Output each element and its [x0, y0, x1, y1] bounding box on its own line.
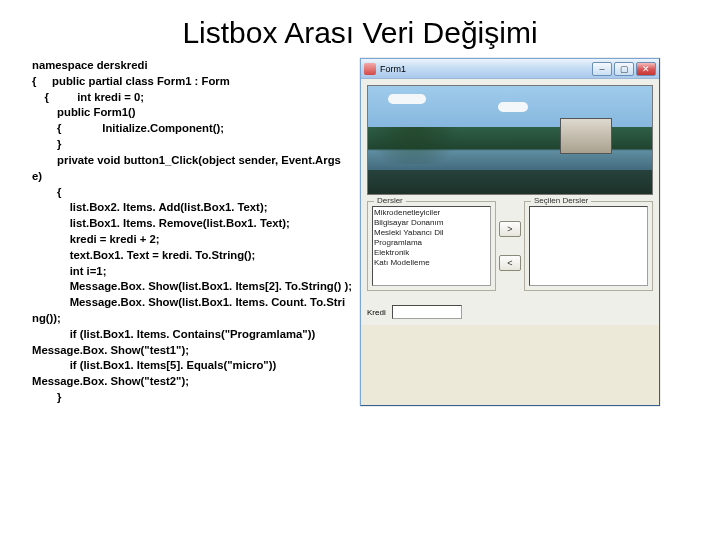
groupbox-secilen-label: Seçilen Dersler: [531, 196, 591, 205]
listbox1[interactable]: Mikrodenetleyiciler Bilgisayar Donanım M…: [372, 206, 491, 286]
window-title: Form1: [380, 64, 592, 74]
code-listing: namespace derskredi { public partial cla…: [32, 58, 352, 406]
slide-title: Listbox Arası Veri Değişimi: [0, 0, 720, 50]
maximize-button[interactable]: ▢: [614, 62, 634, 76]
close-button[interactable]: ✕: [636, 62, 656, 76]
form-window: Form1 – ▢ ✕ Dersler: [360, 58, 660, 406]
form-body: Dersler Mikrodenetleyiciler Bilgisayar D…: [361, 79, 659, 325]
groupbox-dersler: Dersler Mikrodenetleyiciler Bilgisayar D…: [367, 201, 496, 291]
groupbox-dersler-label: Dersler: [374, 196, 406, 205]
groupbox-secilen: Seçilen Dersler: [524, 201, 653, 291]
kredi-label: Kredi: [367, 308, 386, 317]
kredi-textbox[interactable]: [392, 305, 462, 319]
app-icon: [364, 63, 376, 75]
window-titlebar: Form1 – ▢ ✕: [361, 59, 659, 79]
move-left-button[interactable]: <: [499, 255, 521, 271]
minimize-button[interactable]: –: [592, 62, 612, 76]
listbox2[interactable]: [529, 206, 648, 286]
picturebox-landscape: [367, 85, 653, 195]
move-right-button[interactable]: >: [499, 221, 521, 237]
